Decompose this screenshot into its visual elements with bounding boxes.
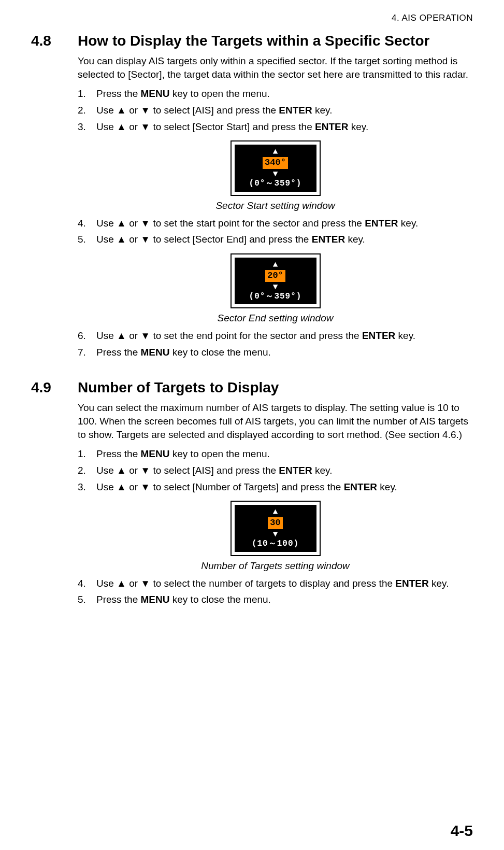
step-number: 2.	[78, 104, 96, 117]
section-body: You can select the maximum number of AIS…	[78, 401, 473, 606]
figure-sector-end: ▲ 20° ▼ (0°～359°)	[78, 253, 473, 309]
section-number: 4.9	[31, 379, 78, 396]
lcd-display: ▲ 340° ▼ (0°～359°)	[235, 145, 316, 192]
section-heading: 4.8 How to Display the Targets within a …	[31, 33, 473, 49]
step-text: Use or to select [AIS] and press the ENT…	[96, 104, 473, 117]
section-body: You can display AIS targets only within …	[78, 54, 473, 359]
step-text: Press the MENU key to open the menu.	[96, 87, 473, 101]
steps-list: 4. Use or to set the start point for the…	[78, 217, 473, 246]
triangle-down-icon	[140, 465, 150, 476]
step-number: 4.	[78, 217, 96, 230]
triangle-up-icon	[117, 330, 126, 341]
step-text: Press the MENU key to close the menu.	[96, 346, 473, 359]
steps-list: 1. Press the MENU key to open the menu. …	[78, 447, 473, 493]
figure-sector-start: ▲ 340° ▼ (0°～359°)	[78, 140, 473, 196]
step-5: 5. Use or to select [Sector End] and pre…	[78, 233, 473, 246]
steps-list: 1. Press the MENU key to open the menu. …	[78, 87, 473, 133]
chapter-header: 4. AIS OPERATION	[31, 13, 473, 23]
figure-frame: ▲ 20° ▼ (0°～359°)	[231, 253, 321, 309]
page-number: 4-5	[451, 822, 473, 840]
triangle-up-icon: ▲	[237, 261, 314, 269]
triangle-up-icon: ▲	[237, 508, 314, 516]
triangle-down-icon	[140, 121, 150, 132]
step-4: 4. Use or to select the number of target…	[78, 577, 473, 590]
page: 4. AIS OPERATION 4.8 How to Display the …	[0, 0, 504, 850]
step-number: 1.	[78, 87, 96, 101]
step-text: Use or to select [Number of Targets] and…	[96, 480, 473, 494]
steps-list: 6. Use or to set the end point for the s…	[78, 329, 473, 359]
intro-paragraph: You can display AIS targets only within …	[78, 54, 473, 81]
step-text: Use or to select [AIS] and press the ENT…	[96, 464, 473, 477]
step-text: Use or to set the start point for the se…	[96, 217, 473, 230]
lcd-range: (0°～359°)	[237, 178, 314, 190]
triangle-up-icon	[117, 465, 126, 476]
triangle-up-icon	[117, 121, 126, 132]
triangle-up-icon	[117, 578, 126, 589]
step-6: 6. Use or to set the end point for the s…	[78, 329, 473, 343]
figure-frame: ▲ 30 ▼ (10～100)	[231, 501, 321, 556]
step-4: 4. Use or to set the start point for the…	[78, 217, 473, 230]
triangle-down-icon: ▼	[237, 530, 314, 539]
step-2: 2. Use or to select [AIS] and press the …	[78, 464, 473, 477]
triangle-down-icon	[140, 218, 150, 229]
section-4-9: 4.9 Number of Targets to Display You can…	[31, 379, 473, 606]
section-number: 4.8	[31, 33, 78, 49]
step-3: 3. Use or to select [Sector Start] and p…	[78, 120, 473, 134]
lcd-value: 20°	[265, 270, 285, 282]
lcd-range: (10～100)	[237, 539, 314, 550]
step-number: 7.	[78, 346, 96, 359]
triangle-up-icon	[117, 218, 126, 229]
triangle-down-icon	[140, 234, 150, 245]
section-4-8: 4.8 How to Display the Targets within a …	[31, 33, 473, 359]
lcd-display: ▲ 30 ▼ (10～100)	[235, 505, 316, 552]
triangle-down-icon: ▼	[237, 170, 314, 178]
section-heading: 4.9 Number of Targets to Display	[31, 379, 473, 396]
step-text: Use or to select [Sector Start] and pres…	[96, 120, 473, 134]
step-number: 5.	[78, 233, 96, 246]
triangle-down-icon: ▼	[237, 283, 314, 291]
triangle-up-icon	[117, 105, 126, 116]
step-number: 1.	[78, 447, 96, 461]
step-number: 4.	[78, 577, 96, 590]
step-text: Use or to select [Sector End] and press …	[96, 233, 473, 246]
step-number: 3.	[78, 120, 96, 134]
step-number: 6.	[78, 329, 96, 343]
triangle-down-icon	[140, 481, 150, 492]
figure-caption: Number of Targets setting window	[78, 559, 473, 573]
step-3: 3. Use or to select [Number of Targets] …	[78, 480, 473, 494]
step-number: 2.	[78, 464, 96, 477]
step-7: 7. Press the MENU key to close the menu.	[78, 346, 473, 359]
step-text: Use or to set the end point for the sect…	[96, 329, 473, 343]
step-1: 1. Press the MENU key to open the menu.	[78, 447, 473, 461]
step-text: Press the MENU key to close the menu.	[96, 593, 473, 606]
triangle-up-icon	[117, 234, 126, 245]
steps-list: 4. Use or to select the number of target…	[78, 577, 473, 606]
step-1: 1. Press the MENU key to open the menu.	[78, 87, 473, 101]
figure-num-targets: ▲ 30 ▼ (10～100)	[78, 501, 473, 556]
step-2: 2. Use or to select [AIS] and press the …	[78, 104, 473, 117]
lcd-display: ▲ 20° ▼ (0°～359°)	[235, 258, 316, 305]
section-title: Number of Targets to Display	[78, 379, 473, 396]
section-title: How to Display the Targets within a Spec…	[78, 33, 473, 49]
triangle-up-icon	[117, 481, 126, 492]
figure-frame: ▲ 340° ▼ (0°～359°)	[231, 140, 321, 196]
step-number: 5.	[78, 593, 96, 606]
triangle-down-icon	[140, 330, 150, 341]
step-text: Use or to select the number of targets t…	[96, 577, 473, 590]
lcd-range: (0°～359°)	[237, 291, 314, 303]
intro-paragraph: You can select the maximum number of AIS…	[78, 401, 473, 441]
figure-caption: Sector End setting window	[78, 311, 473, 325]
step-number: 3.	[78, 480, 96, 494]
triangle-up-icon: ▲	[237, 148, 314, 156]
lcd-value: 30	[268, 517, 282, 529]
figure-caption: Sector Start setting window	[78, 199, 473, 212]
step-text: Press the MENU key to open the menu.	[96, 447, 473, 461]
lcd-value: 340°	[263, 157, 288, 169]
triangle-down-icon	[140, 578, 150, 589]
step-5: 5. Press the MENU key to close the menu.	[78, 593, 473, 606]
triangle-down-icon	[140, 105, 150, 116]
